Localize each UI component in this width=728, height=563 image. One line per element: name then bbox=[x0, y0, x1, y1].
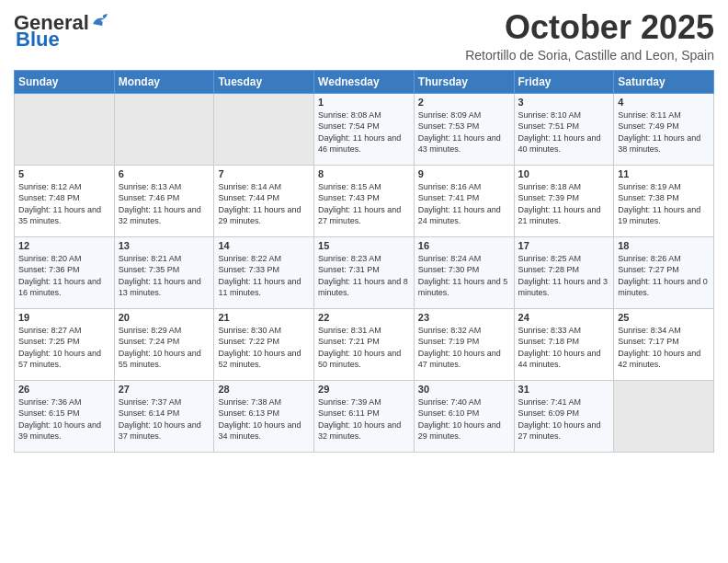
calendar-cell: 9Sunrise: 8:16 AM Sunset: 7:41 PM Daylig… bbox=[414, 165, 514, 236]
calendar-cell bbox=[114, 93, 214, 165]
logo: General Blue bbox=[14, 13, 111, 50]
day-info: Sunrise: 7:37 AM Sunset: 6:14 PM Dayligh… bbox=[119, 396, 210, 442]
subtitle: Retortillo de Soria, Castille and Leon, … bbox=[465, 48, 714, 63]
day-number: 7 bbox=[218, 168, 310, 179]
week-row-2: 5Sunrise: 8:12 AM Sunset: 7:48 PM Daylig… bbox=[15, 165, 714, 236]
day-info: Sunrise: 8:16 AM Sunset: 7:41 PM Dayligh… bbox=[418, 181, 510, 227]
calendar-cell: 13Sunrise: 8:21 AM Sunset: 7:35 PM Dayli… bbox=[114, 236, 214, 308]
day-info: Sunrise: 7:38 AM Sunset: 6:13 PM Dayligh… bbox=[218, 396, 310, 442]
day-info: Sunrise: 8:15 AM Sunset: 7:43 PM Dayligh… bbox=[318, 181, 410, 227]
day-number: 6 bbox=[119, 168, 210, 179]
day-number: 12 bbox=[18, 240, 110, 251]
calendar-cell: 3Sunrise: 8:10 AM Sunset: 7:51 PM Daylig… bbox=[514, 93, 614, 165]
day-number: 26 bbox=[18, 384, 110, 395]
day-info: Sunrise: 7:39 AM Sunset: 6:11 PM Dayligh… bbox=[318, 396, 410, 442]
calendar-cell: 2Sunrise: 8:09 AM Sunset: 7:53 PM Daylig… bbox=[414, 93, 514, 165]
day-number: 5 bbox=[18, 168, 110, 179]
day-info: Sunrise: 8:08 AM Sunset: 7:54 PM Dayligh… bbox=[318, 109, 410, 155]
calendar-cell: 10Sunrise: 8:18 AM Sunset: 7:39 PM Dayli… bbox=[514, 165, 614, 236]
weekday-header-friday: Friday bbox=[514, 70, 614, 93]
calendar-cell: 28Sunrise: 7:38 AM Sunset: 6:13 PM Dayli… bbox=[214, 380, 314, 452]
week-row-4: 19Sunrise: 8:27 AM Sunset: 7:25 PM Dayli… bbox=[15, 308, 714, 380]
calendar-page: General Blue October 2025 Retortillo de … bbox=[0, 0, 728, 563]
day-number: 8 bbox=[318, 168, 410, 179]
day-number: 28 bbox=[218, 384, 310, 395]
day-number: 2 bbox=[418, 97, 510, 108]
day-info: Sunrise: 8:32 AM Sunset: 7:19 PM Dayligh… bbox=[418, 325, 510, 371]
day-number: 29 bbox=[318, 384, 410, 395]
calendar-cell: 12Sunrise: 8:20 AM Sunset: 7:36 PM Dayli… bbox=[15, 236, 115, 308]
calendar-cell: 30Sunrise: 7:40 AM Sunset: 6:10 PM Dayli… bbox=[414, 380, 514, 452]
day-info: Sunrise: 8:13 AM Sunset: 7:46 PM Dayligh… bbox=[119, 181, 210, 227]
weekday-header-thursday: Thursday bbox=[414, 70, 514, 93]
week-row-3: 12Sunrise: 8:20 AM Sunset: 7:36 PM Dayli… bbox=[15, 236, 714, 308]
calendar-cell: 31Sunrise: 7:41 AM Sunset: 6:09 PM Dayli… bbox=[514, 380, 614, 452]
day-number: 27 bbox=[119, 384, 210, 395]
day-number: 30 bbox=[418, 384, 510, 395]
day-info: Sunrise: 8:33 AM Sunset: 7:18 PM Dayligh… bbox=[518, 325, 610, 371]
calendar-cell: 18Sunrise: 8:26 AM Sunset: 7:27 PM Dayli… bbox=[614, 236, 714, 308]
day-info: Sunrise: 8:31 AM Sunset: 7:21 PM Dayligh… bbox=[318, 325, 410, 371]
calendar-cell: 21Sunrise: 8:30 AM Sunset: 7:22 PM Dayli… bbox=[214, 308, 314, 380]
day-number: 9 bbox=[418, 168, 510, 179]
day-info: Sunrise: 8:14 AM Sunset: 7:44 PM Dayligh… bbox=[218, 181, 310, 227]
calendar-cell: 22Sunrise: 8:31 AM Sunset: 7:21 PM Dayli… bbox=[314, 308, 415, 380]
day-info: Sunrise: 7:40 AM Sunset: 6:10 PM Dayligh… bbox=[418, 396, 510, 442]
day-number: 11 bbox=[618, 168, 710, 179]
day-info: Sunrise: 8:23 AM Sunset: 7:31 PM Dayligh… bbox=[318, 253, 410, 299]
day-number: 21 bbox=[218, 312, 310, 323]
calendar-cell: 8Sunrise: 8:15 AM Sunset: 7:43 PM Daylig… bbox=[314, 165, 415, 236]
title-block: October 2025 Retortillo de Soria, Castil… bbox=[465, 9, 714, 63]
calendar-cell: 14Sunrise: 8:22 AM Sunset: 7:33 PM Dayli… bbox=[214, 236, 314, 308]
calendar-table: SundayMondayTuesdayWednesdayThursdayFrid… bbox=[14, 70, 714, 453]
weekday-header-wednesday: Wednesday bbox=[314, 70, 415, 93]
day-number: 31 bbox=[518, 384, 610, 395]
day-number: 20 bbox=[119, 312, 210, 323]
calendar-cell: 17Sunrise: 8:25 AM Sunset: 7:28 PM Dayli… bbox=[514, 236, 614, 308]
week-row-5: 26Sunrise: 7:36 AM Sunset: 6:15 PM Dayli… bbox=[15, 380, 714, 452]
day-number: 14 bbox=[218, 240, 310, 251]
weekday-header-saturday: Saturday bbox=[614, 70, 714, 93]
day-number: 19 bbox=[18, 312, 110, 323]
day-info: Sunrise: 8:10 AM Sunset: 7:51 PM Dayligh… bbox=[518, 109, 610, 155]
day-number: 13 bbox=[119, 240, 210, 251]
day-info: Sunrise: 8:34 AM Sunset: 7:17 PM Dayligh… bbox=[618, 325, 710, 371]
calendar-cell: 25Sunrise: 8:34 AM Sunset: 7:17 PM Dayli… bbox=[614, 308, 714, 380]
day-number: 3 bbox=[518, 97, 610, 108]
day-info: Sunrise: 8:19 AM Sunset: 7:38 PM Dayligh… bbox=[618, 181, 710, 227]
logo-bird-icon bbox=[91, 13, 111, 29]
calendar-cell: 29Sunrise: 7:39 AM Sunset: 6:11 PM Dayli… bbox=[314, 380, 415, 452]
day-number: 17 bbox=[518, 240, 610, 251]
day-number: 24 bbox=[518, 312, 610, 323]
calendar-cell: 5Sunrise: 8:12 AM Sunset: 7:48 PM Daylig… bbox=[15, 165, 115, 236]
day-info: Sunrise: 8:22 AM Sunset: 7:33 PM Dayligh… bbox=[218, 253, 310, 299]
calendar-cell: 6Sunrise: 8:13 AM Sunset: 7:46 PM Daylig… bbox=[114, 165, 214, 236]
day-info: Sunrise: 8:24 AM Sunset: 7:30 PM Dayligh… bbox=[418, 253, 510, 299]
weekday-header-row: SundayMondayTuesdayWednesdayThursdayFrid… bbox=[15, 70, 714, 93]
calendar-cell: 1Sunrise: 8:08 AM Sunset: 7:54 PM Daylig… bbox=[314, 93, 415, 165]
calendar-cell: 11Sunrise: 8:19 AM Sunset: 7:38 PM Dayli… bbox=[614, 165, 714, 236]
calendar-cell: 7Sunrise: 8:14 AM Sunset: 7:44 PM Daylig… bbox=[214, 165, 314, 236]
day-info: Sunrise: 8:30 AM Sunset: 7:22 PM Dayligh… bbox=[218, 325, 310, 371]
day-info: Sunrise: 8:18 AM Sunset: 7:39 PM Dayligh… bbox=[518, 181, 610, 227]
weekday-header-monday: Monday bbox=[114, 70, 214, 93]
day-number: 22 bbox=[318, 312, 410, 323]
weekday-header-sunday: Sunday bbox=[15, 70, 115, 93]
day-info: Sunrise: 8:21 AM Sunset: 7:35 PM Dayligh… bbox=[119, 253, 210, 299]
day-info: Sunrise: 8:20 AM Sunset: 7:36 PM Dayligh… bbox=[18, 253, 110, 299]
calendar-cell: 27Sunrise: 7:37 AM Sunset: 6:14 PM Dayli… bbox=[114, 380, 214, 452]
logo-blue-text: Blue bbox=[16, 29, 60, 50]
day-number: 1 bbox=[318, 97, 410, 108]
day-info: Sunrise: 8:27 AM Sunset: 7:25 PM Dayligh… bbox=[18, 325, 110, 371]
day-number: 4 bbox=[618, 97, 710, 108]
day-info: Sunrise: 8:29 AM Sunset: 7:24 PM Dayligh… bbox=[119, 325, 210, 371]
calendar-cell: 16Sunrise: 8:24 AM Sunset: 7:30 PM Dayli… bbox=[414, 236, 514, 308]
day-info: Sunrise: 8:25 AM Sunset: 7:28 PM Dayligh… bbox=[518, 253, 610, 299]
header: General Blue October 2025 Retortillo de … bbox=[14, 9, 714, 63]
day-info: Sunrise: 8:09 AM Sunset: 7:53 PM Dayligh… bbox=[418, 109, 510, 155]
weekday-header-tuesday: Tuesday bbox=[214, 70, 314, 93]
calendar-cell: 19Sunrise: 8:27 AM Sunset: 7:25 PM Dayli… bbox=[15, 308, 115, 380]
calendar-cell: 4Sunrise: 8:11 AM Sunset: 7:49 PM Daylig… bbox=[614, 93, 714, 165]
day-info: Sunrise: 8:12 AM Sunset: 7:48 PM Dayligh… bbox=[18, 181, 110, 227]
calendar-cell bbox=[214, 93, 314, 165]
